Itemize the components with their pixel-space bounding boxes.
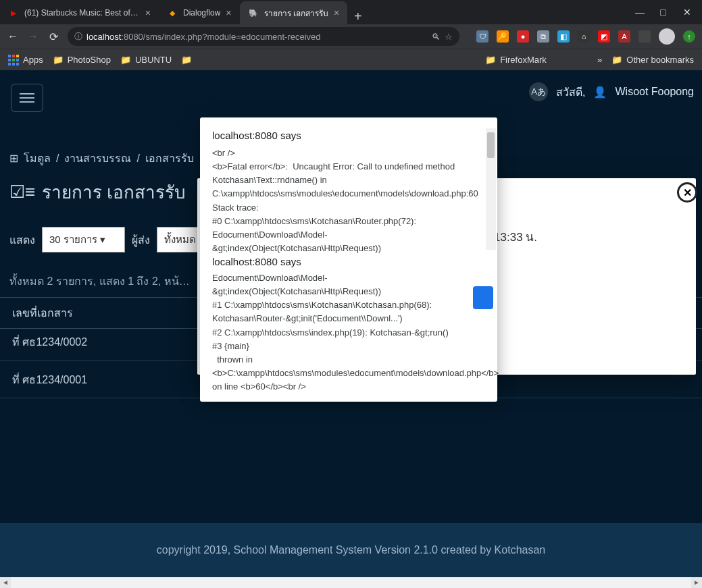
bookmark-item[interactable]: 📁 <box>181 55 192 65</box>
ext-icon[interactable]: A <box>618 30 630 43</box>
ext-icon[interactable]: 🛡 <box>476 30 488 43</box>
bookmark-item[interactable]: 📁PhotoShop <box>53 55 111 65</box>
bookmark-item[interactable]: 📁UBUNTU <box>120 55 172 65</box>
scroll-left-icon[interactable]: ◄ <box>0 577 11 588</box>
breadcrumb-item[interactable]: งานสารบรรณ <box>64 150 131 167</box>
cell-docno: ที่ ศธ1234/0002 <box>12 336 87 348</box>
page-footer: copyright 2019, School Management System… <box>0 523 702 577</box>
alert-ok-button[interactable] <box>473 286 493 309</box>
ext-icon[interactable] <box>638 30 651 43</box>
tab-title: รายการ เอกสารรับ <box>264 7 328 20</box>
tab-title: (61) Starbucks Music: Best of Sta… <box>24 8 140 18</box>
close-icon[interactable]: × <box>334 7 339 18</box>
user-icon: 👤 <box>593 86 607 99</box>
ext-icon[interactable]: ↑ <box>683 30 695 43</box>
close-icon[interactable]: × <box>226 7 231 18</box>
ext-icon[interactable]: ⌂ <box>578 30 590 43</box>
url-bar[interactable]: ⓘ localhost:8080/sms/index.php?module=ed… <box>68 27 459 46</box>
bookmark-overflow[interactable]: » <box>597 55 602 65</box>
new-tab-button[interactable]: + <box>347 9 369 24</box>
dialogflow-icon: ◆ <box>167 7 178 18</box>
filter-sender-label: ผู้ส่ง <box>132 232 150 248</box>
module-icon: ⊞ <box>9 152 18 165</box>
search-icon[interactable]: 🔍︎ <box>432 32 441 42</box>
browser-tab-active[interactable]: 🐘 รายการ เอกสารรับ × <box>240 1 348 24</box>
apps-button[interactable]: Apps <box>8 55 43 65</box>
apps-icon <box>8 55 19 65</box>
cell-docno: ที่ ศธ1234/0001 <box>12 374 87 385</box>
header-right: Aあ สวัสดี, 👤 Wisoot Foopong <box>529 82 694 101</box>
page-title: ☑≡ รายการ เอกสารรับ <box>9 178 186 206</box>
breadcrumb-item[interactable]: เอกสารรับ <box>145 150 194 167</box>
browser-tab[interactable]: ▶ (61) Starbucks Music: Best of Sta… × <box>0 1 159 24</box>
breadcrumb: ⊞ โมดูล / งานสารบรรณ / เอกสารรับ <box>9 150 194 167</box>
folder-icon: 📁 <box>611 55 622 65</box>
url-path: :8080/sms/index.php?module=edocument-rec… <box>121 32 320 42</box>
scrollbar-thumb[interactable] <box>487 132 495 158</box>
close-window-icon[interactable]: ✕ <box>682 7 691 18</box>
info-icon[interactable]: ⓘ <box>74 31 82 43</box>
alert-origin: localhost:8080 says <box>200 117 497 146</box>
modal-close-button[interactable]: ✕ <box>677 182 697 203</box>
maximize-icon[interactable]: □ <box>659 7 668 18</box>
ext-icon[interactable]: ⧉ <box>537 30 549 43</box>
select-value: 30 รายการ <box>49 234 97 245</box>
apps-label: Apps <box>23 55 43 65</box>
minimize-icon[interactable]: — <box>635 7 644 18</box>
alert-text: <br /> <b>Fatal error</b>: Uncaught Erro… <box>212 146 485 255</box>
user-name[interactable]: Wisoot Foopong <box>615 86 694 98</box>
forward-icon[interactable]: → <box>27 30 39 43</box>
folder-icon: 📁 <box>181 55 192 65</box>
filter-show-label: แสดง <box>9 232 35 248</box>
bookmark-label: UBUNTU <box>135 55 172 65</box>
breadcrumb-item[interactable]: โมดูล <box>24 150 51 167</box>
column-header: เลขที่เอกสาร <box>12 304 73 321</box>
ext-icon[interactable]: ◧ <box>557 30 570 43</box>
elephant-icon: 🐘 <box>248 7 259 18</box>
checklist-icon: ☑≡ <box>9 182 35 203</box>
profile-avatar[interactable] <box>659 28 675 45</box>
page-title-text: รายการ เอกสารรับ <box>42 178 186 206</box>
folder-icon: 📁 <box>485 55 496 65</box>
url-text: localhost:8080/sms/index.php?module=edoc… <box>86 32 428 42</box>
folder-icon: 📁 <box>53 55 64 65</box>
browser-toolbar: ← → ⟳ ⓘ localhost:8080/sms/index.php?mod… <box>0 24 702 49</box>
menu-toggle-button[interactable] <box>11 84 43 112</box>
bookmark-label: PhotoShop <box>68 55 111 65</box>
greeting-text: สวัสดี, <box>556 84 585 101</box>
scroll-right-icon[interactable]: ► <box>691 577 702 588</box>
translate-icon[interactable]: Aあ <box>529 82 548 101</box>
bookmark-item[interactable]: 📁FirefoxMark <box>485 55 547 65</box>
youtube-icon: ▶ <box>8 7 19 18</box>
star-icon[interactable]: ☆ <box>445 32 453 42</box>
select-value: ทั้งหมด <box>164 234 196 245</box>
back-icon[interactable]: ← <box>7 30 19 43</box>
scrollbar-track[interactable] <box>11 577 691 588</box>
browser-titlebar: ▶ (61) Starbucks Music: Best of Sta… × ◆… <box>0 0 702 24</box>
url-host: localhost <box>86 32 121 42</box>
horizontal-scrollbar[interactable]: ◄ ► <box>0 577 702 588</box>
alert-text: Edocument\Download\Model-&gt;index(Objec… <box>212 271 485 394</box>
alert-message: <br /> <b>Fatal error</b>: Uncaught Erro… <box>200 146 497 255</box>
other-bookmarks[interactable]: 📁Other bookmarks <box>611 55 694 65</box>
result-summary: ทั้งหมด 2 รายการ, แสดง 1 ถึง 2, หน้… <box>9 273 190 290</box>
alert-scrollbar[interactable] <box>486 128 496 250</box>
bookmark-label: FirefoxMark <box>500 55 547 65</box>
alert-message: Edocument\Download\Model-&gt;index(Objec… <box>200 271 497 402</box>
close-icon[interactable]: × <box>145 7 151 18</box>
reload-icon[interactable]: ⟳ <box>47 30 59 43</box>
tab-title: Dialogflow <box>183 8 220 18</box>
page-size-select[interactable]: 30 รายการ ▾ <box>42 227 125 252</box>
folder-icon: 📁 <box>120 55 131 65</box>
bookmarks-bar: Apps 📁PhotoShop 📁UBUNTU 📁 📁FirefoxMark »… <box>0 49 702 70</box>
ext-icon[interactable]: 🔑 <box>497 30 509 43</box>
js-alert-dialog: localhost:8080 says <br /> <b>Fatal erro… <box>200 117 497 402</box>
browser-tab[interactable]: ◆ Dialogflow × <box>159 1 240 24</box>
bookmark-label: Other bookmarks <box>626 55 694 65</box>
ext-icon[interactable]: ● <box>517 30 529 43</box>
page-content: Aあ สวัสดี, 👤 Wisoot Foopong ⊞ โมดูล / งา… <box>0 70 702 577</box>
alert-origin: localhost:8080 says <box>200 255 497 271</box>
ext-icon[interactable]: ◩ <box>598 30 610 43</box>
footer-text: copyright 2019, School Management System… <box>157 544 545 556</box>
window-controls: — □ ✕ <box>635 7 702 24</box>
